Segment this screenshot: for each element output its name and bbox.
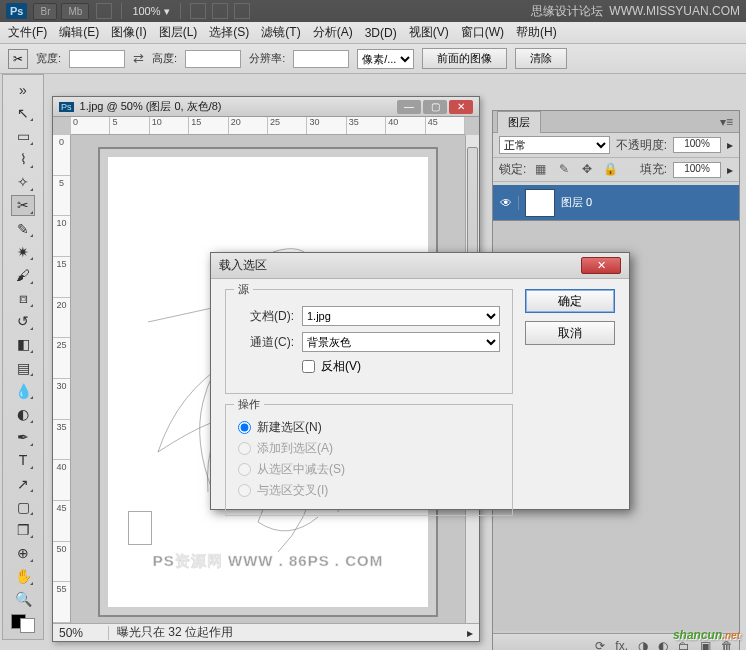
menu-analysis[interactable]: 分析(A) [313, 24, 353, 41]
screen-mode-icon[interactable] [234, 3, 250, 19]
new-selection-label: 新建选区(N) [257, 419, 322, 436]
site-label: 思缘设计论坛 WWW.MISSYUAN.COM [531, 3, 740, 20]
clear-button[interactable]: 清除 [515, 48, 567, 69]
path-tool[interactable]: ↗ [11, 473, 35, 494]
height-input[interactable] [185, 50, 241, 68]
source-legend: 源 [234, 282, 253, 297]
eraser-tool[interactable]: ◧ [11, 334, 35, 355]
minibridge-button[interactable]: Mb [61, 3, 89, 20]
rulers-icon[interactable] [96, 3, 112, 19]
hand-icon[interactable] [190, 3, 206, 19]
bridge-button[interactable]: Br [33, 3, 57, 20]
subtract-selection-radio [238, 463, 251, 476]
operation-group: 操作 新建选区(N) 添加到选区(A) 从选区中减去(S) 与选区交叉(I) [225, 404, 513, 516]
menu-view[interactable]: 视图(V) [409, 24, 449, 41]
unit-select[interactable]: 像素/... [357, 49, 414, 69]
link-layers-icon[interactable]: ⟳ [595, 639, 605, 651]
pen-tool[interactable]: ✒ [11, 427, 35, 448]
load-selection-dialog: 载入选区 ✕ 源 文档(D): 1.jpg 通道(C): 背景灰色 反相(V) [210, 252, 630, 510]
layer-mask-icon[interactable]: ◑ [638, 639, 648, 651]
document-select[interactable]: 1.jpg [302, 306, 500, 326]
menu-edit[interactable]: 编辑(E) [59, 24, 99, 41]
fill-value[interactable]: 100% [673, 162, 721, 178]
status-arrow-icon[interactable]: ▸ [467, 626, 473, 640]
menu-help[interactable]: 帮助(H) [516, 24, 557, 41]
zoom-tool[interactable]: 🔍 [11, 589, 35, 610]
lock-transparent-icon[interactable]: ▦ [532, 162, 548, 178]
close-button[interactable]: ✕ [449, 100, 473, 114]
crop-tool-icon[interactable]: ✂ [8, 49, 28, 69]
menu-file[interactable]: 文件(F) [8, 24, 47, 41]
shape-tool[interactable]: ▢ [11, 496, 35, 517]
height-label: 高度: [152, 51, 177, 66]
width-input[interactable] [69, 50, 125, 68]
3d-tool[interactable]: ❐ [11, 519, 35, 540]
lock-all-icon[interactable]: 🔒 [602, 162, 618, 178]
invert-checkbox[interactable] [302, 360, 315, 373]
color-swatch[interactable] [9, 612, 37, 635]
marquee-tool[interactable]: ▭ [11, 125, 35, 146]
stamp-tool[interactable]: ⧈ [11, 288, 35, 309]
width-label: 宽度: [36, 51, 61, 66]
operation-legend: 操作 [234, 397, 264, 412]
panel-menu-icon[interactable]: ▾≡ [714, 115, 739, 129]
move-tool[interactable]: ↖ [11, 102, 35, 123]
opacity-arrow-icon[interactable]: ▸ [727, 138, 733, 152]
swap-icon[interactable]: ⇄ [133, 51, 144, 66]
document-titlebar[interactable]: Ps 1.jpg @ 50% (图层 0, 灰色/8) — ▢ ✕ [53, 97, 479, 117]
document-title: 1.jpg @ 50% (图层 0, 灰色/8) [80, 99, 395, 114]
blur-tool[interactable]: 💧 [11, 380, 35, 401]
zoom-value[interactable]: 50% [59, 626, 109, 640]
menu-select[interactable]: 选择(S) [209, 24, 249, 41]
3d-camera-tool[interactable]: ⊕ [11, 542, 35, 563]
visibility-icon[interactable]: 👁 [493, 196, 519, 210]
wand-tool[interactable]: ✧ [11, 172, 35, 193]
dodge-tool[interactable]: ◐ [11, 403, 35, 424]
divider [121, 3, 122, 19]
hand-tool[interactable]: ✋ [11, 566, 35, 587]
ok-button[interactable]: 确定 [525, 289, 615, 313]
layer-thumbnail[interactable] [525, 189, 555, 217]
history-brush-tool[interactable]: ↺ [11, 311, 35, 332]
menu-layer[interactable]: 图层(L) [159, 24, 198, 41]
brush-tool[interactable]: 🖌 [11, 264, 35, 285]
layer-style-icon[interactable]: fx. [615, 639, 628, 651]
cancel-button[interactable]: 取消 [525, 321, 615, 345]
front-image-button[interactable]: 前面的图像 [422, 48, 507, 69]
lock-position-icon[interactable]: ✥ [579, 162, 595, 178]
fill-label: 填充: [640, 161, 667, 178]
dialog-titlebar[interactable]: 载入选区 ✕ [211, 253, 629, 279]
layer-name[interactable]: 图层 0 [561, 195, 592, 210]
menu-3d[interactable]: 3D(D) [365, 26, 397, 40]
lasso-tool[interactable]: ⌇ [11, 149, 35, 170]
lock-pixels-icon[interactable]: ✎ [556, 162, 572, 178]
channel-label: 通道(C): [238, 334, 294, 351]
menu-filter[interactable]: 滤镜(T) [261, 24, 300, 41]
adjustment-layer-icon[interactable]: ◐ [658, 639, 668, 651]
maximize-button[interactable]: ▢ [423, 100, 447, 114]
minimize-button[interactable]: — [397, 100, 421, 114]
arrange-icon[interactable] [212, 3, 228, 19]
channel-select[interactable]: 背景灰色 [302, 332, 500, 352]
type-tool[interactable]: T [11, 450, 35, 471]
resolution-input[interactable] [293, 50, 349, 68]
gradient-tool[interactable]: ▤ [11, 357, 35, 378]
layers-tab[interactable]: 图层 [497, 111, 541, 133]
menu-window[interactable]: 窗口(W) [461, 24, 504, 41]
opacity-value[interactable]: 100% [673, 137, 721, 153]
arrow-toggle-icon[interactable]: » [11, 79, 35, 100]
menu-image[interactable]: 图像(I) [111, 24, 146, 41]
lock-label: 锁定: [499, 161, 526, 178]
new-selection-radio[interactable] [238, 421, 251, 434]
blend-mode-select[interactable]: 正常 [499, 136, 610, 154]
divider [180, 3, 181, 19]
subtract-selection-label: 从选区中减去(S) [257, 461, 345, 478]
add-selection-radio [238, 442, 251, 455]
eyedropper-tool[interactable]: ✎ [11, 218, 35, 239]
fill-arrow-icon[interactable]: ▸ [727, 163, 733, 177]
crop-tool[interactable]: ✂ [11, 195, 35, 216]
layer-item[interactable]: 👁 图层 0 [493, 185, 739, 221]
zoom-percent[interactable]: 100% ▾ [132, 5, 169, 18]
dialog-close-button[interactable]: ✕ [581, 257, 621, 274]
healing-tool[interactable]: ✷ [11, 241, 35, 262]
